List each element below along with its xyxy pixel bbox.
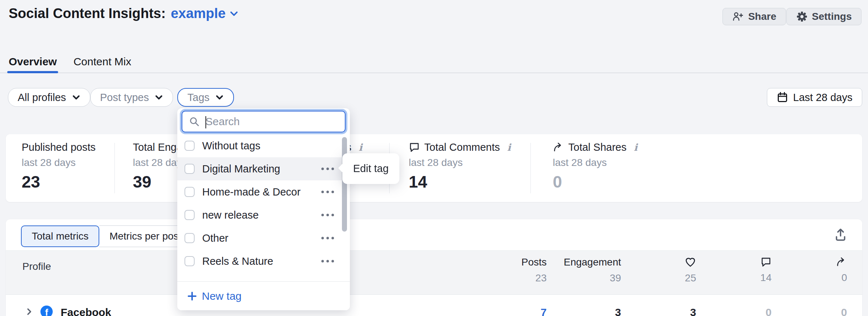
metric-label: Published posts xyxy=(22,141,96,153)
page-title-text: Social Content Insights: xyxy=(9,6,166,21)
column-header-engagement: Engagement 39 xyxy=(564,256,621,284)
facebook-logo-icon: f xyxy=(40,306,53,316)
date-range-button[interactable]: Last 28 days xyxy=(767,88,862,107)
new-tag-button[interactable]: New tag xyxy=(177,281,350,310)
tag-option-reels-nature[interactable]: Reels & Nature xyxy=(177,250,350,273)
person-add-icon xyxy=(732,11,744,22)
column-total-engagement: 39 xyxy=(564,272,621,284)
column-header-comments: 14 xyxy=(760,256,772,284)
tag-menu-icon[interactable] xyxy=(321,168,334,170)
metric-total-comments: Total Comments i last 28 days 14 xyxy=(409,141,511,192)
tag-menu-icon[interactable] xyxy=(321,214,334,216)
chevron-right-icon[interactable] xyxy=(25,308,33,316)
calendar-icon xyxy=(777,92,788,103)
column-total-shares: 0 xyxy=(836,272,847,284)
tag-context-menu: Edit tag xyxy=(342,153,399,184)
tag-option-new-release[interactable]: new release xyxy=(177,203,350,227)
new-tag-label: New tag xyxy=(202,290,242,302)
comment-bubble-icon xyxy=(760,256,772,268)
tags-filter[interactable]: Tags xyxy=(177,88,234,107)
post-types-filter[interactable]: Post types xyxy=(90,88,173,107)
page-title: Social Content Insights: example xyxy=(9,6,239,21)
checkbox[interactable] xyxy=(185,164,195,174)
tag-option-without-tags[interactable]: Without tags xyxy=(177,134,350,157)
tag-option-digital-marketing[interactable]: Digital Marketing xyxy=(177,157,350,180)
column-header-posts: Posts 23 xyxy=(521,256,547,284)
dropdown-scrollbar[interactable] xyxy=(342,137,347,232)
metric-value: 23 xyxy=(22,172,96,192)
profile-name[interactable]: Facebook xyxy=(61,306,111,316)
project-selector[interactable]: example xyxy=(171,6,239,21)
info-icon[interactable]: i xyxy=(634,142,637,153)
cell-comments: 0 xyxy=(765,306,772,316)
export-icon xyxy=(833,227,848,242)
tab-content-mix[interactable]: Content Mix xyxy=(73,51,131,73)
tag-option-home-made-decor[interactable]: Home-made & Decor xyxy=(177,180,350,203)
info-icon[interactable]: i xyxy=(359,142,362,153)
comment-bubble-icon xyxy=(409,142,420,153)
column-header-profile: Profile xyxy=(22,261,51,272)
all-profiles-label: All profiles xyxy=(18,92,66,104)
chevron-down-icon xyxy=(215,93,224,102)
plus-icon xyxy=(187,291,197,301)
tag-menu-icon[interactable] xyxy=(321,191,334,193)
table-row-facebook[interactable]: f Facebook 7 3 3 0 0 xyxy=(6,295,862,316)
tag-menu-icon[interactable] xyxy=(321,260,334,263)
project-name: example xyxy=(171,6,226,21)
metric-period: last 28 days xyxy=(553,157,637,168)
cell-posts[interactable]: 7 xyxy=(541,306,547,316)
cell-reactions: 3 xyxy=(690,306,696,316)
cell-engagement: 3 xyxy=(615,306,621,316)
chevron-down-icon xyxy=(72,93,81,102)
metric-period: last 28 days xyxy=(22,157,96,168)
table-header-row: Profile Posts 23 Engagement 39 25 14 xyxy=(6,250,862,295)
metrics-summary-card: Published posts last 28 days 23 Total En… xyxy=(6,134,862,202)
date-range-label: Last 28 days xyxy=(793,92,852,104)
tag-menu-icon[interactable] xyxy=(321,237,334,240)
tab-overview[interactable]: Overview xyxy=(9,51,57,73)
metric-label: Total Comments xyxy=(424,141,500,153)
info-icon[interactable]: i xyxy=(507,142,511,153)
checkbox[interactable] xyxy=(185,256,195,266)
chevron-down-icon xyxy=(155,93,163,102)
column-header-shares: 0 xyxy=(836,256,847,284)
settings-label: Settings xyxy=(812,11,852,22)
column-header-reactions: 25 xyxy=(685,256,696,284)
share-arrow-icon xyxy=(553,142,564,153)
tag-search-field[interactable] xyxy=(182,111,346,132)
metric-divider xyxy=(114,143,115,193)
all-profiles-filter[interactable]: All profiles xyxy=(8,88,90,107)
export-button[interactable] xyxy=(833,227,848,242)
chevron-down-icon xyxy=(229,9,239,18)
edit-tag-menu-item[interactable]: Edit tag xyxy=(342,153,399,184)
checkbox[interactable] xyxy=(185,187,195,197)
tag-option-other[interactable]: Other xyxy=(177,227,350,250)
profiles-table-card: Total metrics Metrics per post Profile P… xyxy=(6,219,862,316)
search-icon xyxy=(189,116,200,127)
social-content-insights-page: Social Content Insights: example Share xyxy=(0,0,868,316)
text-caret xyxy=(205,116,206,128)
toggle-total-metrics[interactable]: Total metrics xyxy=(21,225,99,247)
checkbox[interactable] xyxy=(185,233,195,243)
metric-value: 0 xyxy=(553,172,637,192)
share-arrow-icon xyxy=(836,256,847,268)
column-total-comments: 14 xyxy=(760,272,772,284)
checkbox[interactable] xyxy=(185,141,195,151)
share-label: Share xyxy=(748,11,776,22)
tags-label: Tags xyxy=(187,92,209,104)
metric-label: Total Shares xyxy=(568,141,626,153)
metric-divider xyxy=(530,143,531,193)
gear-icon xyxy=(796,11,808,22)
tag-list: Without tags Digital Marketing Home-made… xyxy=(177,134,350,281)
metric-total-shares: Total Shares i last 28 days 0 xyxy=(553,141,637,192)
checkbox[interactable] xyxy=(185,210,195,220)
metric-period: last 28 days xyxy=(409,157,511,168)
column-total-posts: 23 xyxy=(521,272,547,284)
heart-icon xyxy=(685,256,696,268)
search-input[interactable] xyxy=(205,115,325,128)
share-button[interactable]: Share xyxy=(722,8,786,25)
settings-button[interactable]: Settings xyxy=(786,8,862,25)
metrics-view-toggle: Total metrics Metrics per post xyxy=(21,225,192,247)
cell-shares: 0 xyxy=(841,306,847,316)
tags-dropdown-panel: Without tags Digital Marketing Home-made… xyxy=(177,108,350,310)
